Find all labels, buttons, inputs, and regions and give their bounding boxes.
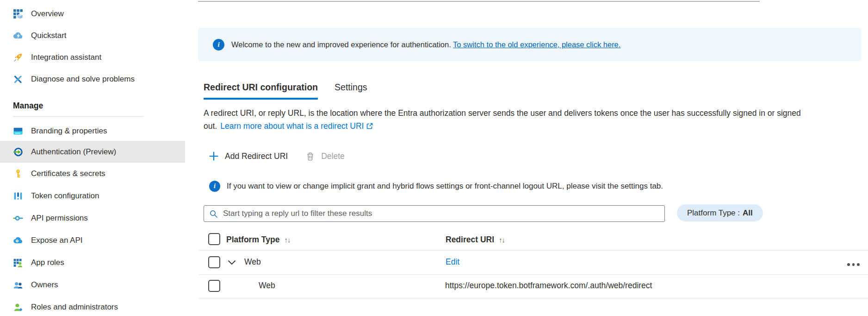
sidebar-item-certificates[interactable]: Certificates & secrets: [0, 163, 185, 184]
sidebar-section-manage: Manage: [13, 101, 43, 115]
row-checkbox[interactable]: [208, 256, 220, 268]
sidebar-item-branding[interactable]: www Branding & properties: [0, 120, 185, 142]
sidebar-item-label: Integration assistant: [31, 53, 101, 62]
command-bar: Add Redirect URI Delete: [209, 148, 345, 164]
sort-icon: ↑↓: [499, 236, 505, 244]
sidebar-item-label: Diagnose and solve problems: [31, 75, 135, 84]
key-icon: [13, 169, 23, 179]
sidebar-item-label: Owners: [31, 280, 58, 290]
column-header-label: Platform Type: [226, 235, 279, 245]
info-banner: i Welcome to the new and improved experi…: [198, 28, 861, 61]
sidebar-item-label: Quickstart: [31, 31, 67, 40]
sidebar-item-expose-api[interactable]: Expose an API: [0, 229, 185, 251]
sort-icon: ↑↓: [284, 236, 290, 244]
column-header-label: Redirect URI: [446, 235, 494, 245]
settings-tab-note-text: If you want to view or change implicit g…: [227, 182, 663, 191]
browser-window-icon: www: [13, 126, 23, 136]
sliders-icon: [13, 191, 23, 201]
add-redirect-uri-button[interactable]: Add Redirect URI: [209, 151, 288, 161]
search-icon: [209, 209, 218, 218]
table-divider: [199, 298, 868, 298]
sidebar-item-label: API permissions: [31, 214, 88, 223]
platform-type-cell: Web: [244, 257, 261, 267]
crossed-tools-icon: [13, 74, 23, 84]
learn-more-label: Learn more about what is a redirect URI: [220, 121, 364, 131]
sidebar-item-api-permissions[interactable]: API permissions: [0, 207, 185, 229]
column-header-redirect-uri[interactable]: Redirect URI ↑↓: [446, 235, 505, 245]
sidebar-item-authentication[interactable]: Authentication (Preview): [0, 141, 185, 163]
sidebar-item-label: Certificates & secrets: [31, 169, 105, 178]
select-all-checkbox[interactable]: [208, 233, 220, 245]
search-input[interactable]: [222, 209, 659, 219]
tab-bar: Redirect URI configuration Settings: [204, 82, 367, 100]
sidebar-item-app-roles[interactable]: App roles: [0, 252, 185, 273]
person-diamond-icon: [13, 302, 23, 312]
sidebar-item-integration-assistant[interactable]: Integration assistant: [0, 46, 185, 68]
info-icon: i: [209, 181, 220, 192]
redirect-uri-cell: https://europe.token.botframework.com/.a…: [445, 281, 652, 291]
column-header-platform-type[interactable]: Platform Type ↑↓: [226, 235, 290, 245]
tab-settings[interactable]: Settings: [335, 82, 367, 100]
delete-label: Delete: [321, 152, 345, 161]
banner-text: Welcome to the new and improved experien…: [231, 40, 620, 49]
chevron-down-icon[interactable]: [228, 260, 236, 265]
sidebar-item-overview[interactable]: Overview: [0, 3, 185, 25]
sign-in-arrow-icon: [13, 147, 23, 157]
sidebar-item-roles-administrators[interactable]: Roles and administrators: [0, 296, 185, 316]
table-divider: [199, 274, 868, 275]
switch-old-experience-link[interactable]: To switch to the old experience, please …: [453, 40, 620, 49]
two-people-icon: [13, 280, 23, 290]
sidebar-item-diagnose[interactable]: Diagnose and solve problems: [0, 68, 185, 90]
plus-icon: [209, 151, 219, 161]
banner-message: Welcome to the new and improved experien…: [231, 40, 451, 49]
sidebar-divider: [13, 116, 143, 117]
sidebar-item-token-configuration[interactable]: Token configuration: [0, 185, 185, 207]
cloud-lightning-icon: [13, 31, 23, 41]
sidebar-item-quickstart[interactable]: Quickstart: [0, 25, 185, 46]
add-redirect-uri-label: Add Redirect URI: [225, 152, 288, 161]
grid-person-icon: [13, 258, 23, 268]
platform-type-filter-label: Platform Type :: [687, 209, 740, 218]
sidebar: Overview Quickstart Integration assistan…: [0, 0, 185, 316]
more-options-icon[interactable]: [847, 262, 860, 267]
platform-type-cell: Web: [259, 281, 275, 291]
trash-icon: [305, 152, 315, 161]
platform-type-filter-value: All: [743, 209, 753, 218]
sidebar-item-label: Branding & properties: [31, 126, 107, 136]
sidebar-item-label: App roles: [31, 258, 64, 267]
edit-link[interactable]: Edit: [446, 257, 459, 267]
sidebar-item-label: Overview: [31, 9, 64, 19]
key-link-icon: [13, 213, 23, 223]
redirect-uri-description: A redirect URI, or reply URL, is the loc…: [204, 107, 862, 133]
overview-grid-icon: [13, 9, 23, 19]
sidebar-item-label: Token configuration: [31, 191, 99, 201]
row-checkbox[interactable]: [208, 280, 220, 292]
table-divider: [199, 250, 868, 251]
svg-text:www: www: [15, 131, 20, 134]
info-icon: i: [213, 39, 224, 51]
cloud-gear-icon: [13, 235, 23, 246]
reply-url-filter-box: [204, 205, 665, 222]
delete-button[interactable]: Delete: [305, 152, 345, 161]
settings-tab-note: i If you want to view or change implicit…: [209, 181, 663, 192]
sidebar-item-label: Roles and administrators: [31, 303, 118, 312]
rocket-icon: [13, 52, 23, 63]
sidebar-item-label: Authentication (Preview): [31, 147, 116, 157]
top-divider: [198, 1, 760, 2]
tab-redirect-uri-configuration[interactable]: Redirect URI configuration: [204, 82, 318, 100]
platform-type-filter-pill[interactable]: Platform Type : All: [677, 204, 763, 221]
sidebar-item-label: Expose an API: [31, 236, 83, 245]
learn-more-link[interactable]: Learn more about what is a redirect URI: [220, 121, 373, 131]
sidebar-item-owners[interactable]: Owners: [0, 274, 185, 296]
external-link-icon: [366, 122, 374, 130]
